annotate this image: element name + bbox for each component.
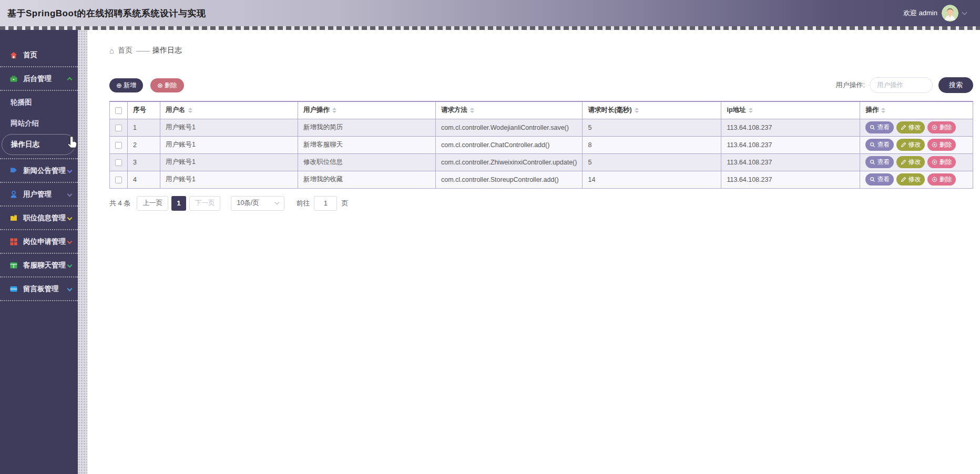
page-size-select[interactable]: 10条/页: [231, 196, 284, 211]
avatar-image: [942, 5, 958, 22]
chevron-down-icon: [67, 215, 73, 221]
sidebar-item-label: 网站介绍: [11, 119, 39, 128]
column-header-duration[interactable]: 请求时长(毫秒): [583, 101, 721, 119]
sort-icon[interactable]: [635, 106, 639, 115]
sort-icon[interactable]: [332, 106, 336, 115]
cell-duration: 5: [583, 119, 721, 136]
edit-icon: [901, 142, 906, 148]
row-actions: 查看 修改 删除: [865, 121, 967, 133]
sort-icon[interactable]: [881, 106, 885, 115]
prev-page-button[interactable]: 上一页: [137, 196, 168, 211]
cell-ip: 113.64.108.237: [721, 119, 860, 136]
sidebar-texture-strip: [78, 30, 87, 474]
view-button-label: 查看: [877, 175, 890, 184]
add-button-label: 新增: [124, 81, 136, 90]
cell-ip: 113.64.108.237: [721, 171, 860, 188]
column-header-ip[interactable]: ip地址: [721, 101, 860, 119]
delete-row-button[interactable]: 删除: [927, 173, 956, 186]
column-header-method[interactable]: 请求方法: [436, 101, 583, 119]
view-button[interactable]: 查看: [865, 139, 894, 151]
delete-row-button[interactable]: 删除: [927, 121, 956, 133]
header-dashed-divider: [0, 26, 980, 30]
edit-button[interactable]: 修改: [896, 173, 925, 186]
sidebar-item-news[interactable]: 新闻公告管理: [0, 159, 78, 183]
chevron-down-icon: [67, 263, 73, 268]
sort-icon[interactable]: [749, 106, 753, 115]
delete-row-button[interactable]: 删除: [927, 139, 956, 151]
sort-icon[interactable]: [470, 106, 474, 115]
row-checkbox[interactable]: [115, 125, 122, 131]
table-row: 2 用户账号1 新增客服聊天 com.cl.controller.ChatCon…: [110, 136, 973, 153]
select-all-header: [110, 101, 128, 119]
breadcrumb-home[interactable]: 首页: [118, 46, 132, 55]
view-button-label: 查看: [877, 140, 890, 149]
column-header-operation[interactable]: 用户操作: [298, 101, 436, 119]
user-icon: [9, 190, 18, 199]
row-checkbox[interactable]: [115, 142, 122, 149]
cell-duration: 14: [583, 171, 721, 188]
breadcrumb-current: 操作日志: [152, 46, 182, 55]
column-header-username[interactable]: 用户名: [160, 101, 298, 119]
sidebar-item-label: 后台管理: [23, 74, 52, 84]
avatar[interactable]: [942, 5, 958, 22]
column-header-label: 请求时长(毫秒): [588, 106, 631, 114]
sidebar-item-operation-log[interactable]: 操作日志: [2, 134, 75, 155]
column-header-actions[interactable]: 操作: [860, 101, 973, 119]
apply-grid-icon: [9, 238, 18, 246]
chat-grid-icon: [9, 261, 18, 270]
sidebar-item-site-intro[interactable]: 网站介绍: [0, 113, 78, 134]
cell-ip: 113.64.108.237: [721, 153, 860, 171]
message-board-icon: [9, 285, 18, 293]
cell-method: com.cl.controller.StoreupController.add(…: [436, 171, 583, 188]
edit-button[interactable]: 修改: [896, 139, 925, 151]
search-button[interactable]: 搜索: [938, 77, 973, 93]
edit-button-label: 修改: [908, 175, 921, 184]
row-checkbox[interactable]: [115, 177, 122, 183]
sidebar-item-applications[interactable]: 岗位申请管理: [0, 230, 78, 254]
view-button[interactable]: 查看: [865, 121, 894, 133]
operation-log-table: 序号 用户名 用户操作 请求方法 请求时长(毫秒) ip地址 操作 1 用户账号…: [109, 101, 973, 189]
chevron-down-icon: [67, 239, 73, 244]
edit-button[interactable]: 修改: [896, 121, 925, 133]
sidebar-item-users[interactable]: 用户管理: [0, 183, 78, 207]
delete-row-button[interactable]: 删除: [927, 156, 956, 168]
next-page-button[interactable]: 下一页: [189, 196, 221, 211]
sidebar-item-jobs[interactable]: 职位信息管理: [0, 207, 78, 230]
goto-suffix: 页: [341, 199, 348, 208]
sidebar-item-label: 客服聊天管理: [23, 261, 66, 270]
select-all-checkbox[interactable]: [115, 107, 122, 114]
plus-circle-icon: [116, 81, 122, 89]
cell-operation: 新增客服聊天: [298, 136, 436, 153]
chevron-down-icon: [962, 10, 967, 15]
row-actions: 查看 修改 删除: [865, 139, 967, 151]
sidebar-item-home[interactable]: 首页: [0, 44, 78, 67]
goto-page-input[interactable]: [314, 196, 337, 211]
edit-button-label: 修改: [908, 158, 921, 167]
sidebar-item-service-chat[interactable]: 客服聊天管理: [0, 254, 78, 277]
cell-operation: 新增我的收藏: [298, 171, 436, 188]
chevron-down-icon: [67, 286, 73, 292]
sidebar-item-message-board[interactable]: 留言板管理: [0, 277, 78, 301]
row-checkbox[interactable]: [115, 159, 122, 166]
delete-button-label: 删除: [939, 158, 952, 167]
sidebar-item-admin[interactable]: 后台管理: [0, 67, 78, 91]
view-button[interactable]: 查看: [865, 173, 894, 186]
edit-icon: [901, 159, 906, 165]
cell-duration: 8: [583, 136, 721, 153]
delete-button[interactable]: 删除: [150, 78, 184, 92]
pagination: 共 4 条 上一页 1 下一页 10条/页 前往 页: [109, 196, 973, 211]
add-button[interactable]: 新增: [109, 78, 143, 92]
view-button[interactable]: 查看: [865, 156, 894, 168]
sidebar-item-label: 新闻公告管理: [23, 166, 66, 176]
column-header-label: 用户操作: [303, 106, 330, 114]
sidebar-item-carousel[interactable]: 轮播图: [0, 92, 78, 113]
sort-icon[interactable]: [188, 106, 192, 115]
x-circle-icon: [932, 142, 937, 148]
sidebar-item-label: 用户管理: [23, 190, 52, 199]
sidebar-item-label: 岗位申请管理: [23, 237, 66, 246]
search-input[interactable]: [870, 77, 933, 93]
magnifier-icon: [870, 159, 875, 165]
page-number-button[interactable]: 1: [171, 196, 186, 211]
column-header-label: 请求方法: [441, 106, 467, 114]
edit-button[interactable]: 修改: [896, 156, 925, 168]
